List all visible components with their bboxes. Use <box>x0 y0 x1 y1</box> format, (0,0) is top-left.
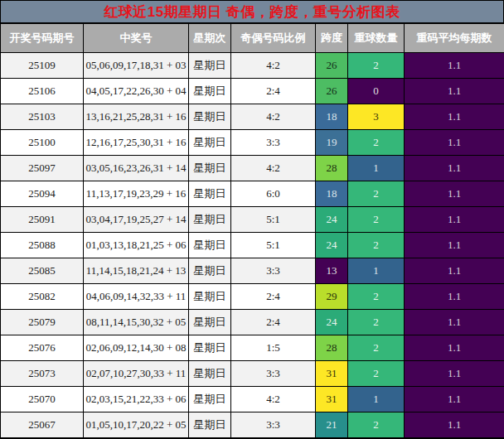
odd-even-ratio-cell: 3:3 <box>231 130 316 156</box>
period-cell: 25088 <box>1 233 84 258</box>
span-cell: 24 <box>316 310 348 335</box>
winning-numbers-cell: 05,06,09,17,18,31 + 03 <box>84 53 189 79</box>
col-header-span: 跨度 <box>316 24 348 53</box>
header-row: 开奖号码期号 中奖号 星期次 奇偶号码比例 跨度 重球数量 重码平均每期数 <box>1 24 504 53</box>
avg-repeat-cell: 1.1 <box>405 53 504 79</box>
winning-numbers-cell: 03,05,16,23,26,31 + 14 <box>84 156 189 181</box>
winning-numbers-cell: 02,03,15,21,22,33 + 06 <box>84 387 189 412</box>
table-row: 25082 04,06,09,14,32,33 + 11 星期日 2:4 29 … <box>1 284 504 310</box>
repeat-count-cell: 2 <box>348 207 405 233</box>
avg-repeat-cell: 1.1 <box>405 310 504 335</box>
table-row: 25103 13,16,21,25,28,31 + 16 星期日 4:2 18 … <box>1 104 504 130</box>
table-row: 25100 12,16,17,25,30,31 + 16 星期日 3:3 19 … <box>1 130 504 156</box>
winning-numbers-cell: 13,16,21,25,28,31 + 16 <box>84 104 189 130</box>
odd-even-ratio-cell: 2:4 <box>231 79 316 104</box>
weekday-cell: 星期日 <box>189 284 231 310</box>
span-cell: 31 <box>316 361 348 387</box>
winning-numbers-cell: 08,11,14,15,30,32 + 05 <box>84 310 189 335</box>
weekday-cell: 星期日 <box>189 130 231 156</box>
winning-numbers-cell: 02,06,09,12,14,30 + 08 <box>84 335 189 361</box>
col-header-repeat-count: 重球数量 <box>348 24 405 53</box>
avg-repeat-cell: 1.1 <box>405 412 504 438</box>
span-cell: 19 <box>316 130 348 156</box>
odd-even-ratio-cell: 4:2 <box>231 156 316 181</box>
weekday-cell: 星期日 <box>189 104 231 130</box>
table-row: 25091 03,04,17,19,25,27 + 14 星期日 5:1 24 … <box>1 207 504 233</box>
lottery-analysis-chart: 红球近15期星期日 奇偶，跨度，重号分析图表 开奖号码期号 中奖号 星期次 奇偶… <box>0 0 504 439</box>
span-cell: 26 <box>316 79 348 104</box>
chart-title: 红球近15期星期日 奇偶，跨度，重号分析图表 <box>0 0 504 23</box>
avg-repeat-cell: 1.1 <box>405 284 504 310</box>
span-cell: 29 <box>316 284 348 310</box>
repeat-count-cell: 2 <box>348 233 405 258</box>
repeat-count-cell: 2 <box>348 361 405 387</box>
col-header-period: 开奖号码期号 <box>1 24 84 53</box>
table-header: 开奖号码期号 中奖号 星期次 奇偶号码比例 跨度 重球数量 重码平均每期数 <box>1 24 504 53</box>
period-cell: 25076 <box>1 335 84 361</box>
period-cell: 25103 <box>1 104 84 130</box>
weekday-cell: 星期日 <box>189 156 231 181</box>
winning-numbers-cell: 01,05,10,17,20,22 + 05 <box>84 412 189 438</box>
repeat-count-cell: 1 <box>348 156 405 181</box>
avg-repeat-cell: 1.1 <box>405 361 504 387</box>
span-cell: 24 <box>316 207 348 233</box>
span-cell: 13 <box>316 258 348 284</box>
table-row: 25076 02,06,09,12,14,30 + 08 星期日 1:5 28 … <box>1 335 504 361</box>
avg-repeat-cell: 1.1 <box>405 104 504 130</box>
table-row: 25073 02,07,10,27,30,33 + 11 星期日 3:3 31 … <box>1 361 504 387</box>
avg-repeat-cell: 1.1 <box>405 387 504 412</box>
winning-numbers-cell: 03,04,17,19,25,27 + 14 <box>84 207 189 233</box>
span-cell: 28 <box>316 335 348 361</box>
repeat-count-cell: 2 <box>348 181 405 207</box>
period-cell: 25070 <box>1 387 84 412</box>
odd-even-ratio-cell: 4:2 <box>231 53 316 79</box>
period-cell: 25067 <box>1 412 84 438</box>
span-cell: 26 <box>316 53 348 79</box>
repeat-count-cell: 1 <box>348 387 405 412</box>
odd-even-ratio-cell: 4:2 <box>231 104 316 130</box>
odd-even-ratio-cell: 3:3 <box>231 361 316 387</box>
winning-numbers-cell: 11,13,17,19,23,29 + 16 <box>84 181 189 207</box>
avg-repeat-cell: 1.1 <box>405 130 504 156</box>
weekday-cell: 星期日 <box>189 310 231 335</box>
table-row: 25094 11,13,17,19,23,29 + 16 星期日 6:0 18 … <box>1 181 504 207</box>
repeat-count-cell: 1 <box>348 258 405 284</box>
avg-repeat-cell: 1.1 <box>405 335 504 361</box>
weekday-cell: 星期日 <box>189 335 231 361</box>
span-cell: 21 <box>316 412 348 438</box>
repeat-count-cell: 2 <box>348 335 405 361</box>
avg-repeat-cell: 1.1 <box>405 233 504 258</box>
repeat-count-cell: 2 <box>348 412 405 438</box>
table-row: 25079 08,11,14,15,30,32 + 05 星期日 2:4 24 … <box>1 310 504 335</box>
odd-even-ratio-cell: 3:3 <box>231 412 316 438</box>
col-header-odd-even-ratio: 奇偶号码比例 <box>231 24 316 53</box>
span-cell: 18 <box>316 104 348 130</box>
odd-even-ratio-cell: 6:0 <box>231 181 316 207</box>
avg-repeat-cell: 1.1 <box>405 156 504 181</box>
period-cell: 25091 <box>1 207 84 233</box>
winning-numbers-cell: 04,05,17,22,26,30 + 04 <box>84 79 189 104</box>
repeat-count-cell: 2 <box>348 310 405 335</box>
table-row: 25109 05,06,09,17,18,31 + 03 星期日 4:2 26 … <box>1 53 504 79</box>
avg-repeat-cell: 1.1 <box>405 258 504 284</box>
period-cell: 25094 <box>1 181 84 207</box>
avg-repeat-cell: 1.1 <box>405 181 504 207</box>
weekday-cell: 星期日 <box>189 79 231 104</box>
weekday-cell: 星期日 <box>189 412 231 438</box>
table-row: 25070 02,03,15,21,22,33 + 06 星期日 4:2 31 … <box>1 387 504 412</box>
span-cell: 24 <box>316 233 348 258</box>
table-row: 25085 11,14,15,18,21,24 + 13 星期日 3:3 13 … <box>1 258 504 284</box>
weekday-cell: 星期日 <box>189 258 231 284</box>
winning-numbers-cell: 11,14,15,18,21,24 + 13 <box>84 258 189 284</box>
odd-even-ratio-cell: 1:5 <box>231 335 316 361</box>
winning-numbers-cell: 12,16,17,25,30,31 + 16 <box>84 130 189 156</box>
period-cell: 25106 <box>1 79 84 104</box>
weekday-cell: 星期日 <box>189 207 231 233</box>
table-row: 25067 01,05,10,17,20,22 + 05 星期日 3:3 21 … <box>1 412 504 438</box>
period-cell: 25109 <box>1 53 84 79</box>
period-cell: 25097 <box>1 156 84 181</box>
col-header-weekday: 星期次 <box>189 24 231 53</box>
period-cell: 25073 <box>1 361 84 387</box>
period-cell: 25079 <box>1 310 84 335</box>
avg-repeat-cell: 1.1 <box>405 79 504 104</box>
